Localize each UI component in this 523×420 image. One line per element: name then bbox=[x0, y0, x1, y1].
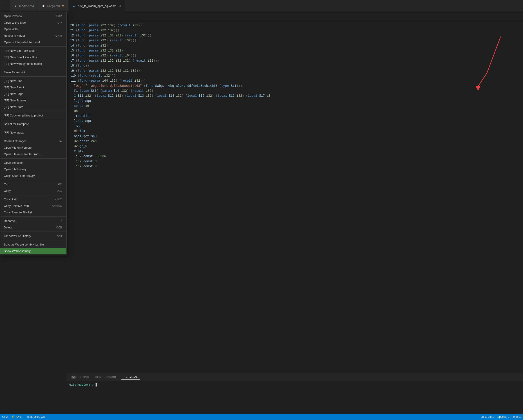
menu-delete-shortcut: ⌘⌫ bbox=[55, 226, 62, 229]
tab-bar: ··· ℹ readme.md 📋 Cargo.md M ◆ rust_to_w… bbox=[0, 0, 523, 12]
separator-8 bbox=[0, 158, 66, 158]
code-line-12: t11 (func (param i64 i32) (result i32))) bbox=[70, 78, 523, 83]
menu-cut[interactable]: Cut ⌘X bbox=[0, 181, 66, 188]
menu-open-preview[interactable]: Open Preview ⇧⌘V bbox=[0, 13, 66, 19]
code-line-21: $B0 bbox=[70, 124, 523, 129]
code-line-13: "wbg" "__wbg_alert_ddf4b3a8eeb14b63" (fu… bbox=[70, 83, 523, 88]
code-line-27: i32.const -65536 bbox=[70, 154, 523, 159]
menu-ff-small-pack-label: [FF] New Small Pack Bloc bbox=[4, 56, 38, 59]
tab-wasm-close[interactable]: × bbox=[119, 4, 121, 8]
menu-ff-dynamic[interactable]: [FF] New with dynamic config bbox=[0, 60, 66, 67]
code-line-2: t1 (func (param i32 i32))) bbox=[70, 28, 523, 33]
separator-13 bbox=[0, 240, 66, 240]
tab-output[interactable]: 52 OUTPUT bbox=[68, 375, 92, 379]
menu-open-file-history[interactable]: Open File History bbox=[0, 166, 66, 173]
menu-open-with[interactable]: Open With... bbox=[0, 26, 66, 32]
menu-copy-label: Copy bbox=[4, 189, 11, 192]
annotation-arrow bbox=[460, 32, 505, 91]
status-position: Ln 1, Col 1 bbox=[481, 415, 494, 419]
code-line-23: ocal.get $p0 bbox=[70, 134, 523, 139]
code-line-8: t7 (func (param i32 i32 i32 i32) (result… bbox=[70, 58, 523, 63]
code-line-3: t2 (func (param i32 i32 i32) (result i32… bbox=[70, 33, 523, 38]
code-line-28: i32.const 8 bbox=[70, 159, 523, 164]
menu-ff-bloc[interactable]: [FF] New Bloc bbox=[0, 78, 66, 84]
code-line-5: t4 (func (param i32))) bbox=[70, 43, 523, 48]
status-battery: ⚡ 79% bbox=[11, 415, 21, 419]
tab-debug-console[interactable]: DEBUG CONSOLE bbox=[93, 375, 121, 379]
code-line-11: t10 (func (result i32))) bbox=[70, 73, 523, 78]
tab-readme[interactable]: ℹ readme.md bbox=[10, 0, 38, 11]
tab-cargo[interactable]: 📋 Cargo.md M bbox=[38, 0, 68, 11]
terminal-tab-bar: 52 OUTPUT DEBUG CONSOLE TERMINAL bbox=[66, 373, 523, 381]
separator-3 bbox=[0, 76, 66, 77]
wasm-icon: ◆ bbox=[72, 4, 76, 8]
menu-ff-big-pack-label: [FF] New Big Pack Bloc bbox=[4, 49, 35, 52]
menu-move-ts[interactable]: Move Typescript bbox=[0, 69, 66, 75]
code-line-9: t8 (func)) bbox=[70, 63, 523, 68]
menu-commit-changes[interactable]: Commit Changes ▶ bbox=[0, 138, 66, 144]
tab-terminal-label: TERMINAL bbox=[124, 376, 138, 378]
menu-open-side-label: Open to the Side bbox=[4, 21, 26, 24]
svg-marker-0 bbox=[476, 86, 480, 91]
code-line-10: t9 (func (param i32 i32 i32 i32 i32))) bbox=[70, 68, 523, 73]
menu-reveal-finder-shortcut: ⌥⌘R bbox=[54, 34, 62, 37]
menu-ff-big-pack[interactable]: [FF] New Big Pack Bloc bbox=[0, 48, 66, 54]
menu-rename[interactable]: Rename... ↩ bbox=[0, 218, 66, 224]
tab-cargo-label: Cargo.md bbox=[47, 4, 60, 8]
tab-debug-label: DEBUG CONSOLE bbox=[95, 376, 118, 379]
menu-ff-page[interactable]: [FF] New Page bbox=[0, 91, 66, 97]
code-line-16: l.get $g0 bbox=[70, 99, 523, 103]
menu-copy[interactable]: Copy ⌘C bbox=[0, 188, 66, 194]
menu-git-view-history-shortcut: ⌥H bbox=[57, 235, 62, 238]
menu-reveal-finder[interactable]: Reveal in Finder ⌥⌘R bbox=[0, 32, 66, 39]
menu-show-webassembly[interactable]: Show WebAssembly bbox=[0, 248, 66, 254]
separator-10 bbox=[0, 195, 66, 195]
code-editor: t0 (func (param i32 i32) (result i32))) … bbox=[66, 21, 523, 171]
menu-open-terminal[interactable]: Open in Integrated Terminal bbox=[0, 39, 66, 45]
menu-copy-remote-url-label: Copy Remote File Url bbox=[4, 211, 32, 214]
status-git: GHz bbox=[2, 415, 8, 419]
menu-ff-small-pack[interactable]: [FF] New Small Pack Bloc bbox=[0, 54, 66, 60]
code-line-22: ck $B1 bbox=[70, 129, 523, 133]
menu-open-terminal-label: Open in Integrated Terminal bbox=[4, 41, 40, 44]
menu-select-compare[interactable]: Select for Compare bbox=[0, 121, 66, 127]
menu-show-webassembly-label: Show WebAssembly bbox=[4, 249, 31, 253]
menu-cut-shortcut: ⌘X bbox=[57, 183, 62, 186]
terminal-panel: 52 OUTPUT DEBUG CONSOLE TERMINAL git:(ma… bbox=[66, 373, 523, 413]
commit-arrow-icon: ▶ bbox=[60, 140, 62, 143]
menu-open-remote-from[interactable]: Open File on Remote From... bbox=[0, 151, 66, 157]
menu-open-remote[interactable]: Open File on Remote bbox=[0, 144, 66, 151]
menu-quick-open-history[interactable]: Quick Open File History bbox=[0, 173, 66, 179]
menu-ff-screen[interactable]: [FF] New Screen bbox=[0, 97, 66, 104]
menu-delete[interactable]: Delete ⌘⌫ bbox=[0, 224, 66, 231]
menu-rename-shortcut: ↩ bbox=[60, 219, 62, 222]
menu-git-view-history-label: Git: View File History bbox=[4, 234, 31, 238]
menu-ff-state[interactable]: [FF] New State bbox=[0, 104, 66, 110]
menu-delete-label: Delete bbox=[4, 226, 12, 229]
code-line-15: l $l1 i32) (local $l2 i32) (local $l3 i3… bbox=[70, 93, 523, 98]
tab-more-button[interactable]: ··· bbox=[2, 2, 10, 9]
menu-open-timeline[interactable]: Open Timeline bbox=[0, 159, 66, 166]
menu-ff-new-index[interactable]: [FF] New Index bbox=[0, 129, 66, 136]
menu-git-view-history[interactable]: Git: View File History ⌥H bbox=[0, 233, 66, 239]
menu-ff-copy-templates[interactable]: [FF] Copy templates to project bbox=[0, 112, 66, 119]
menu-copy-relative-path[interactable]: Copy Relative Path ⌥⇧⌘C bbox=[0, 203, 66, 209]
menu-copy-remote-url[interactable]: Copy Remote File Url bbox=[0, 209, 66, 216]
status-right: Ln 1, Col 1 Spaces: 2 Web... bbox=[481, 415, 521, 419]
code-line-6: t5 (func (param i32 i32 i32))) bbox=[70, 48, 523, 53]
menu-ff-event[interactable]: [FF] New Event bbox=[0, 84, 66, 91]
code-line-14: f1 (type $t3) (param $p0 i32) (result i3… bbox=[70, 88, 523, 93]
cargo-icon: 📋 bbox=[41, 4, 45, 8]
separator-5 bbox=[0, 120, 66, 120]
tab-wasm[interactable]: ◆ rust_to_wasm_npm_bg.wasm × bbox=[69, 0, 125, 11]
code-line-19: .tee $l11 bbox=[70, 114, 523, 118]
tab-terminal[interactable]: TERMINAL bbox=[122, 375, 140, 379]
terminal-cursor bbox=[96, 383, 97, 387]
code-line-4: t3 (func (param i32) (result i32))) bbox=[70, 38, 523, 43]
menu-copy-path[interactable]: Copy Path ⌥⌘C bbox=[0, 196, 66, 203]
menu-open-side[interactable]: Open to the Side ⌥↩ bbox=[0, 19, 66, 26]
menu-copy-relative-path-shortcut: ⌥⇧⌘C bbox=[52, 204, 62, 207]
menu-ff-bloc-label: [FF] New Bloc bbox=[4, 79, 22, 82]
menu-save-wasm-text[interactable]: Save as WebAssembly text file bbox=[0, 241, 66, 248]
separator-11 bbox=[0, 216, 66, 217]
